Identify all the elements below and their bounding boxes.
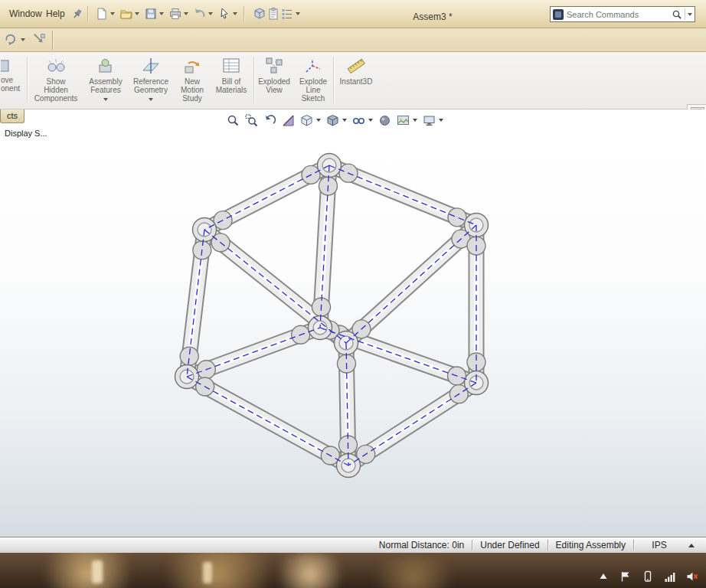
display-style-caret[interactable] (342, 119, 347, 122)
search-input[interactable] (567, 10, 672, 19)
edit-appearance-icon[interactable] (378, 114, 391, 127)
view-settings-icon[interactable] (423, 114, 436, 127)
move-arrow-tool-icon[interactable] (32, 32, 47, 47)
previous-view-icon[interactable] (263, 114, 276, 127)
component-icon[interactable] (253, 7, 266, 21)
wallpaper-blob (268, 553, 352, 588)
open-caret[interactable] (135, 12, 139, 15)
status-units[interactable]: IPS (634, 540, 685, 550)
open-icon[interactable] (119, 7, 133, 21)
ribbon-button-reference-geometry[interactable]: Reference Geometry (129, 54, 173, 107)
window-title: Assem3 * (383, 11, 482, 22)
ribbon-button-explode-line-sketch[interactable]: Explode Line Sketch (294, 54, 332, 107)
search-divider (685, 8, 685, 20)
statusbar: Normal Distance: 0in Under Defined Editi… (0, 537, 706, 553)
commandmanager-ribbon: ove onent Show Hidden Components Assembl… (0, 52, 706, 109)
view-settings-caret[interactable] (439, 119, 443, 122)
ribbon-button-new-motion-study[interactable]: New Motion Study (175, 54, 210, 107)
network-signal-icon[interactable] (664, 570, 676, 583)
save-icon[interactable] (144, 7, 158, 21)
ribbon-button-show-hidden-components[interactable]: Show Hidden Components (29, 54, 83, 107)
toolbar-separator (244, 6, 244, 21)
ribbon-button-exploded-view[interactable]: Exploded View (256, 54, 293, 107)
ribbon-button-label: Explode Line Sketch (294, 77, 332, 103)
ribbon-separator (27, 57, 28, 103)
display-style-icon[interactable] (326, 114, 339, 127)
rotate-tool-icon[interactable] (4, 32, 19, 47)
display-note-text: Display S... (5, 129, 47, 138)
pin-icon[interactable] (70, 7, 84, 21)
solidworks-window: Window Help (0, 0, 706, 588)
apply-scene-icon[interactable] (397, 114, 410, 127)
wallpaper-figure (203, 562, 212, 583)
apply-scene-caret[interactable] (413, 119, 417, 122)
zoom-to-area-icon[interactable] (245, 114, 258, 127)
status-units-caret[interactable] (685, 544, 698, 547)
model-viewport[interactable]: Display S... (0, 109, 706, 537)
flag-icon[interactable] (619, 570, 632, 583)
search-icon[interactable] (672, 9, 682, 20)
volume-muted-icon[interactable] (686, 570, 698, 583)
wallpaper-blob (360, 557, 467, 588)
view-orientation-icon[interactable] (300, 114, 313, 127)
clipboard-icon[interactable] (266, 7, 280, 21)
print-icon[interactable] (168, 7, 182, 21)
ribbon-button-assembly-features[interactable]: Assembly Features (84, 54, 127, 107)
ribbon-button-label: Bill of Materials (211, 77, 251, 94)
status-under-defined: Under Defined (472, 540, 547, 550)
wallpaper-blob (31, 553, 145, 588)
phone-icon[interactable] (642, 570, 654, 583)
save-caret[interactable] (159, 12, 164, 15)
toolbar-separator (87, 6, 88, 21)
wallpaper-figure (92, 560, 103, 583)
ribbon-button-label: Assembly Features (84, 77, 127, 94)
ribbon-button-label: Show Hidden Components (29, 77, 83, 103)
ribbon-separator (333, 57, 334, 103)
view-orientation-caret[interactable] (316, 119, 321, 122)
menu-item-window[interactable]: Window (5, 7, 47, 21)
reference-geometry-caret[interactable] (149, 98, 153, 101)
ribbon-button-move-component[interactable]: ove onent (0, 54, 26, 107)
hide-show-items-icon[interactable] (352, 114, 365, 127)
system-tray (597, 570, 698, 583)
titlebar: Window Help (0, 0, 706, 28)
zoom-to-fit-icon[interactable] (227, 114, 240, 127)
print-caret[interactable] (184, 12, 188, 15)
status-editing-assembly: Editing Assembly (548, 540, 633, 550)
search-scope-icon[interactable] (553, 9, 564, 20)
rotate-tool-caret[interactable] (21, 38, 25, 41)
assembly-features-caret[interactable] (103, 98, 108, 101)
select-cursor-icon[interactable] (217, 7, 231, 21)
ribbon-button-label: New Motion Study (175, 77, 210, 103)
hide-show-items-caret[interactable] (368, 119, 373, 122)
ribbon-button-label: ove onent (1, 76, 26, 93)
search-box[interactable] (550, 6, 695, 22)
ribbon-button-label: Reference Geometry (129, 77, 173, 94)
ribbon-button-bill-of-materials[interactable]: Bill of Materials (211, 54, 251, 107)
ribbon-button-label: Exploded View (256, 77, 293, 94)
menu-item-help[interactable]: Help (41, 7, 70, 21)
secondary-toolbar-separator (52, 31, 53, 50)
secondary-toolbar (0, 28, 706, 52)
search-dropdown-caret[interactable] (688, 13, 692, 16)
select-caret[interactable] (233, 12, 237, 15)
section-view-icon[interactable] (282, 114, 295, 127)
list-view-caret[interactable] (296, 12, 300, 15)
show-hidden-icons-icon[interactable] (597, 570, 610, 583)
new-document-icon[interactable] (95, 7, 109, 21)
ribbon-button-label: Instant3D (335, 77, 377, 86)
desktop-strip (0, 553, 706, 588)
new-document-caret[interactable] (110, 12, 115, 15)
status-normal-distance: Normal Distance: 0in (371, 540, 472, 550)
undo-icon[interactable] (193, 7, 207, 21)
heads-up-view-toolbar (227, 112, 443, 129)
ribbon-separator (253, 57, 254, 103)
undo-caret[interactable] (208, 12, 213, 15)
model-canvas[interactable] (0, 109, 706, 537)
ribbon-button-instant3d[interactable]: Instant3D (335, 54, 377, 107)
list-view-icon[interactable] (280, 7, 294, 21)
command-tab-office-products[interactable]: cts (0, 109, 25, 123)
